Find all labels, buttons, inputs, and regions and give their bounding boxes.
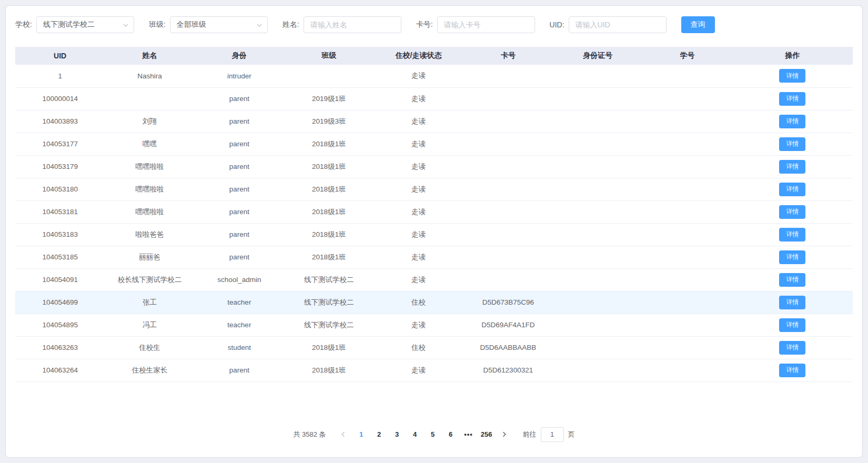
search-button[interactable]: 查询	[681, 16, 715, 33]
filter-class: 班级:	[149, 16, 268, 33]
detail-button[interactable]: 详情	[779, 69, 805, 83]
chevron-left-icon	[340, 431, 346, 437]
cell-name	[105, 87, 194, 110]
cell-student_number	[642, 65, 732, 87]
table-row[interactable]: 104054895冯工teacher线下测试学校二走读D5D69AF4A1FD详…	[15, 314, 853, 336]
detail-button[interactable]: 详情	[779, 318, 805, 332]
name-input-wrap	[304, 16, 401, 33]
cell-uid: 104053181	[15, 200, 105, 223]
cell-id_number	[553, 291, 642, 314]
page-number-4[interactable]: 4	[407, 427, 423, 442]
table-row[interactable]: 104003893刘翔parent2019级3班走读详情	[15, 110, 853, 133]
uid-input[interactable]	[569, 17, 666, 33]
table-row[interactable]: 104063263住校生student2018级1班住校D5D6AABBAABB…	[15, 336, 853, 359]
page-number-5[interactable]: 5	[425, 427, 441, 442]
page-number-256[interactable]: 256	[479, 427, 494, 442]
cell-name: 嘿嘿啦啦	[105, 155, 194, 178]
table-row[interactable]: 1Nashiraintruder走读详情	[15, 65, 853, 87]
cell-role: parent	[195, 178, 284, 200]
cell-actions: 详情	[732, 359, 853, 381]
detail-button[interactable]: 详情	[779, 250, 805, 264]
cell-id_number	[553, 359, 642, 381]
cell-student_number	[642, 133, 732, 155]
detail-button[interactable]: 详情	[779, 205, 805, 219]
table-row[interactable]: 104054091校长线下测试学校二school_admin线下测试学校二走读详…	[15, 268, 853, 291]
cell-uid: 104003893	[15, 110, 105, 133]
table-body: 1Nashiraintruder走读详情100000014parent2019级…	[15, 65, 853, 381]
table-header-row: UID姓名身份班级住校/走读状态卡号身份证号学号操作	[15, 47, 853, 65]
cell-role: teacher	[195, 291, 284, 314]
cell-card	[463, 223, 553, 246]
name-label: 姓名:	[282, 20, 299, 29]
cell-status: 走读	[374, 200, 463, 223]
table-row[interactable]: 104053181嘿嘿啦啦parent2018级1班走读详情	[15, 200, 853, 223]
cell-clazz: 线下测试学校二	[284, 268, 374, 291]
detail-button[interactable]: 详情	[779, 183, 805, 196]
cell-status: 走读	[374, 133, 463, 155]
detail-button[interactable]: 详情	[779, 273, 805, 287]
cell-id_number	[553, 133, 642, 155]
table-row[interactable]: 104053177嘿嘿parent2018级1班走读详情	[15, 133, 853, 155]
table-row[interactable]: 104053179嘿嘿啦啦parent2018级1班走读详情	[15, 155, 853, 178]
detail-button[interactable]: 详情	[779, 364, 805, 377]
detail-button[interactable]: 详情	[779, 341, 805, 355]
cell-clazz	[284, 65, 374, 87]
cell-name: 冯工	[105, 314, 194, 336]
detail-button[interactable]: 详情	[779, 160, 805, 174]
cell-status: 走读	[374, 314, 463, 336]
table-row[interactable]: 104053180嘿嘿啦啦parent2018级1班走读详情	[15, 178, 853, 200]
cell-card: D5D673B75C96	[463, 291, 553, 314]
uid-label: UID:	[550, 21, 564, 29]
cell-name: 住校生	[105, 336, 194, 359]
page-number-3[interactable]: 3	[389, 427, 405, 442]
prev-page-button[interactable]	[336, 427, 351, 442]
table-row[interactable]: 104053185丽丽爸parent2018级1班走读详情	[15, 246, 853, 268]
column-header: 班级	[284, 47, 374, 65]
class-select[interactable]	[170, 16, 268, 33]
cell-card	[463, 178, 553, 200]
cell-student_number	[642, 359, 732, 381]
column-header: 住校/走读状态	[374, 47, 463, 65]
name-input[interactable]	[304, 17, 401, 33]
page-number-6[interactable]: 6	[443, 427, 459, 442]
column-header: 身份	[195, 47, 284, 65]
page-number-2[interactable]: 2	[371, 427, 387, 442]
table-row[interactable]: 104063264住校生家长parent2018级1班走读D5D61230032…	[15, 359, 853, 381]
column-header: 学号	[642, 47, 732, 65]
cell-id_number	[553, 268, 642, 291]
school-select[interactable]	[36, 16, 134, 33]
table-row[interactable]: 100000014parent2019级1班走读详情	[15, 87, 853, 110]
cell-actions: 详情	[732, 223, 853, 246]
cell-card	[463, 155, 553, 178]
cell-student_number	[642, 336, 732, 359]
cell-student_number	[642, 110, 732, 133]
cell-actions: 详情	[732, 133, 853, 155]
detail-button[interactable]: 详情	[779, 137, 805, 151]
card-input[interactable]	[438, 17, 534, 33]
cell-role: parent	[195, 110, 284, 133]
detail-button[interactable]: 详情	[779, 115, 805, 128]
cell-name: 校长线下测试学校二	[105, 268, 194, 291]
next-page-button[interactable]	[497, 427, 512, 442]
cell-status: 走读	[374, 87, 463, 110]
cell-id_number	[553, 336, 642, 359]
school-select-value[interactable]	[37, 17, 134, 33]
detail-button[interactable]: 详情	[779, 92, 805, 106]
detail-button[interactable]: 详情	[779, 296, 805, 309]
goto-page-input[interactable]	[541, 427, 564, 442]
table-row[interactable]: 104054699张工teacher线下测试学校二住校D5D673B75C96详…	[15, 291, 853, 314]
pagination-pages: 123456•••256	[352, 427, 496, 442]
cell-actions: 详情	[732, 246, 853, 268]
more-pages-icon[interactable]: •••	[461, 427, 477, 442]
page-number-1[interactable]: 1	[354, 427, 369, 442]
cell-status: 走读	[374, 110, 463, 133]
detail-button[interactable]: 详情	[779, 228, 805, 241]
cell-clazz: 线下测试学校二	[284, 314, 374, 336]
table-row[interactable]: 104053183啦啦爸爸parent2018级1班走读详情	[15, 223, 853, 246]
cell-name: 住校生家长	[105, 359, 194, 381]
cell-uid: 100000014	[15, 87, 105, 110]
cell-role: school_admin	[195, 268, 284, 291]
cell-student_number	[642, 268, 732, 291]
class-select-value[interactable]	[170, 17, 267, 33]
cell-status: 住校	[374, 291, 463, 314]
